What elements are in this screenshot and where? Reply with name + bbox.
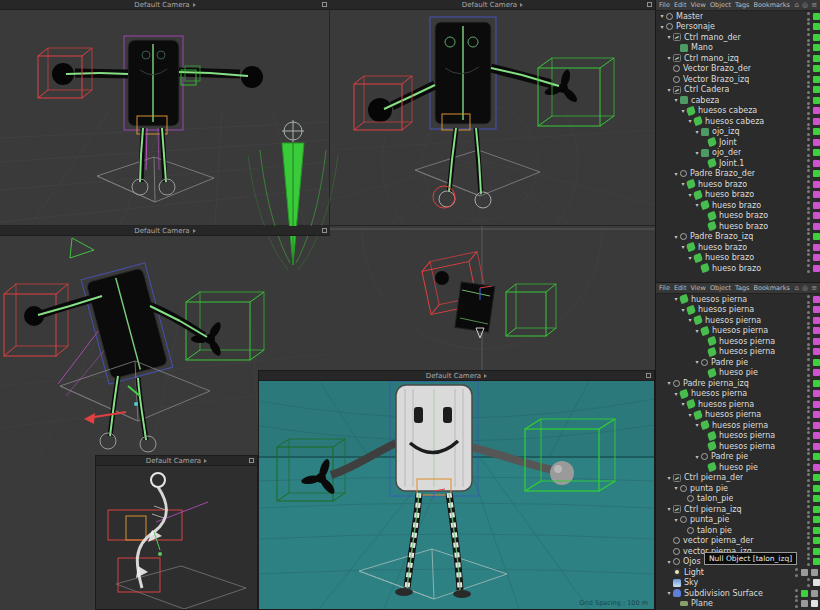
tag-badge[interactable] (813, 527, 820, 534)
viewport-camera-label[interactable]: Default Camera (426, 371, 481, 381)
tag-badge[interactable] (813, 495, 820, 502)
visibility-dots[interactable] (807, 526, 810, 535)
expander-icon[interactable] (693, 420, 701, 430)
visibility-dots[interactable] (807, 264, 810, 273)
expander-icon[interactable] (665, 53, 673, 63)
visibility-dots[interactable] (807, 421, 810, 430)
expander-icon[interactable] (658, 11, 666, 21)
tree-row[interactable]: talon pie (656, 525, 820, 536)
visibility-dots[interactable] (807, 316, 810, 325)
tree-row[interactable]: huesos cabeza (656, 106, 820, 117)
viewport-perspective-canvas[interactable] (259, 381, 654, 609)
visibility-dots[interactable] (807, 159, 810, 168)
tree-row[interactable]: hueso brazo (656, 211, 820, 222)
visibility-dots[interactable] (807, 389, 810, 398)
visibility-dots[interactable] (807, 211, 810, 220)
expander-icon[interactable] (672, 515, 680, 525)
expander-icon[interactable] (672, 483, 680, 493)
visibility-dots[interactable] (807, 484, 810, 493)
tree-row[interactable]: cabeza (656, 95, 820, 106)
tree-row[interactable]: Ctrl pierna_der (656, 473, 820, 484)
tree-row[interactable]: huesos pierna (656, 431, 820, 442)
tree-row[interactable]: talon_pie (656, 494, 820, 505)
visibility-dots[interactable] (807, 557, 810, 566)
expander-icon[interactable] (686, 315, 694, 325)
expander-icon[interactable] (665, 557, 673, 567)
tag-badge[interactable] (813, 34, 820, 41)
tag-badge[interactable] (813, 411, 820, 418)
tree-row[interactable]: Light (656, 567, 820, 578)
visibility-dots[interactable] (807, 138, 810, 147)
tree-row[interactable]: hueso brazo (656, 263, 820, 274)
tag-badge-2[interactable] (811, 569, 818, 576)
tag-badge[interactable] (813, 474, 820, 481)
tag-badge-2[interactable] (811, 590, 818, 597)
tree-row[interactable]: huesos pierna (656, 326, 820, 337)
tag-badge[interactable] (813, 86, 820, 93)
expander-icon[interactable] (672, 169, 680, 179)
target-icon[interactable] (802, 0, 808, 11)
menu-item[interactable]: Edit (674, 283, 687, 294)
visibility-dots[interactable] (807, 148, 810, 157)
visibility-dots[interactable] (807, 295, 810, 304)
expander-icon[interactable] (665, 588, 673, 598)
tag-badge[interactable] (813, 443, 820, 450)
tree-row[interactable]: Ctrl Cadera (656, 85, 820, 96)
expander-icon[interactable] (679, 399, 687, 409)
visibility-dots[interactable] (807, 358, 810, 367)
menu-item[interactable]: Bookmarks (753, 0, 789, 11)
visibility-dots[interactable] (807, 536, 810, 545)
expander-icon[interactable] (686, 116, 694, 126)
visibility-dots[interactable] (807, 64, 810, 73)
tag-badge[interactable] (813, 485, 820, 492)
visibility-dots[interactable] (807, 54, 810, 63)
tag-badge[interactable] (813, 44, 820, 51)
tree-row[interactable]: huesos pierna (656, 399, 820, 410)
expander-icon[interactable] (693, 452, 701, 462)
tree-row[interactable]: Sky (656, 578, 820, 589)
visibility-dots[interactable] (807, 201, 810, 210)
expander-icon[interactable] (693, 357, 701, 367)
tag-badge[interactable] (813, 55, 820, 62)
camera-dropdown-icon[interactable] (484, 374, 487, 378)
tag-badge[interactable] (813, 65, 820, 72)
expander-icon[interactable] (693, 148, 701, 158)
tree-row[interactable]: Subdivision Surface (656, 588, 820, 599)
visibility-dots[interactable] (807, 127, 810, 136)
tag-badge[interactable] (813, 107, 820, 114)
viewport-camera-label[interactable]: Default Camera (146, 456, 201, 466)
visibility-dots[interactable] (807, 326, 810, 335)
expander-icon[interactable] (672, 95, 680, 105)
menu-item[interactable]: File (659, 0, 670, 11)
tree-row[interactable]: huesos pierna (656, 441, 820, 452)
expander-icon[interactable] (672, 232, 680, 242)
expander-icon[interactable] (672, 294, 680, 304)
tag-badge[interactable] (813, 170, 820, 177)
tree-row[interactable]: vector pierna_der (656, 536, 820, 547)
visibility-dots[interactable] (807, 463, 810, 472)
menu-item[interactable]: Bookmarks (753, 283, 789, 294)
tree-row[interactable]: Padre pierna_izq (656, 378, 820, 389)
tree-row[interactable]: punta pie (656, 483, 820, 494)
visibility-dots[interactable] (807, 106, 810, 115)
tag-badge[interactable] (813, 23, 820, 30)
tag-badge[interactable] (813, 380, 820, 387)
tag-badge[interactable] (813, 464, 820, 471)
tree-row[interactable]: hueso brazo (656, 179, 820, 190)
tag-badge[interactable] (813, 401, 820, 408)
visibility-dots[interactable] (807, 494, 810, 503)
expander-icon[interactable] (679, 242, 687, 252)
tree-row[interactable]: Mano (656, 43, 820, 54)
visibility-dots[interactable] (807, 347, 810, 356)
tag-badge[interactable] (813, 149, 820, 156)
tag-badge[interactable] (813, 579, 820, 586)
tag-badge[interactable] (813, 537, 820, 544)
viewport-maximize-icon[interactable] (322, 2, 327, 7)
tree-row[interactable]: huesos pierna (656, 294, 820, 305)
expander-icon[interactable] (693, 200, 701, 210)
visibility-dots[interactable] (807, 232, 810, 241)
tag-badge[interactable] (813, 390, 820, 397)
menu-item[interactable]: View (690, 283, 705, 294)
tree-row[interactable]: punta_pie (656, 515, 820, 526)
tag-badge[interactable] (813, 317, 820, 324)
